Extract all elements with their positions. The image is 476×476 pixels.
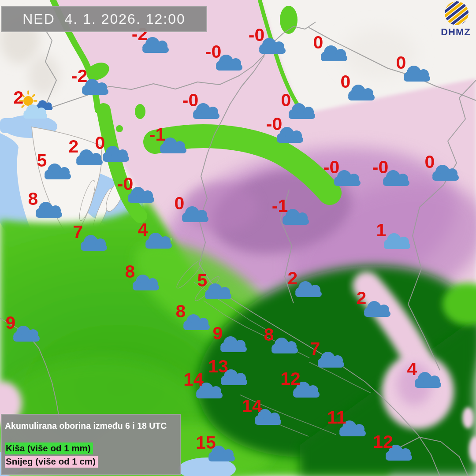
temperature-label: -0 xyxy=(266,114,282,134)
temperature-label: 12 xyxy=(280,368,301,389)
temperature-label: 0 xyxy=(281,90,291,110)
temperature-label: 4 xyxy=(407,359,417,379)
temperature-label: 2 xyxy=(69,136,79,156)
temperature-label: 2 xyxy=(14,87,24,108)
temperature-label: 11 xyxy=(327,407,346,428)
temperature-label: -0 xyxy=(324,157,339,177)
temperature-label: 7 xyxy=(310,338,320,359)
temperature-label: 0 xyxy=(175,193,185,213)
temperature-label: -0 xyxy=(117,174,133,194)
temperature-label: -0 xyxy=(372,157,388,177)
temperature-label: 4 xyxy=(138,219,148,240)
legend-snow-row: Snijeg (više od 1 cm) xyxy=(5,456,180,468)
legend-title: Akumulirana oborina između 6 i 18 UTC xyxy=(5,421,180,431)
temperature-label: -0 xyxy=(249,25,264,45)
datetime-title-bar: NED 4. 1. 2026. 12:00 xyxy=(1,6,207,32)
temperature-label: 8 xyxy=(125,261,135,282)
legend-rain-row: Kiša (više od 1 mm) xyxy=(5,443,180,454)
temperature-label: 5 xyxy=(37,150,47,171)
temperature-label: 7 xyxy=(73,222,83,242)
temperature-label: 14 xyxy=(183,369,204,390)
temperature-label: 0 xyxy=(341,71,351,92)
temperature-label: 14 xyxy=(242,396,262,416)
temperature-label: 8 xyxy=(176,301,186,321)
temperature-label: 0 xyxy=(425,152,435,172)
temperature-label: 15 xyxy=(196,432,216,453)
snow-legend-label: Snijeg (više od 1 cm) xyxy=(5,456,98,468)
temperature-label: 1 xyxy=(376,220,387,240)
temperature-label: 2 xyxy=(357,288,367,308)
temperature-label: -2 xyxy=(71,66,87,86)
rain-legend-label: Kiša (više od 1 mm) xyxy=(5,443,93,454)
dhmz-logo: DHMZ xyxy=(435,1,476,37)
weather-map: -2-0000-2-00-0-0-1025-080-1-0-0017452829… xyxy=(0,0,476,476)
temperature-label: -0 xyxy=(205,41,221,62)
temperature-label: -0 xyxy=(182,90,198,110)
temperature-label: 9 xyxy=(6,312,16,333)
weather-map-screen: -2-0000-2-00-0-0-1025-080-1-0-0017452829… xyxy=(0,0,476,476)
temperature-label: 5 xyxy=(197,270,208,290)
temperature-label: 0 xyxy=(396,52,406,73)
temperature-label: 0 xyxy=(313,32,324,52)
temperature-label: -1 xyxy=(272,196,288,216)
temperature-label: 8 xyxy=(28,189,38,209)
precipitation-legend: Akumulirana oborina između 6 i 18 UTC Ki… xyxy=(1,414,181,475)
temperature-label: 0 xyxy=(95,133,105,153)
temperature-label: 9 xyxy=(213,323,223,343)
dhmz-logo-text: DHMZ xyxy=(435,26,476,38)
datetime-title: NED 4. 1. 2026. 12:00 xyxy=(22,11,186,27)
dhmz-globe-icon xyxy=(435,1,476,26)
temperature-label: 13 xyxy=(208,356,228,376)
temperature-label: -1 xyxy=(149,124,165,145)
temperature-label: 12 xyxy=(373,431,393,452)
temperature-label: 2 xyxy=(288,268,298,288)
temperature-label: 8 xyxy=(264,324,274,345)
